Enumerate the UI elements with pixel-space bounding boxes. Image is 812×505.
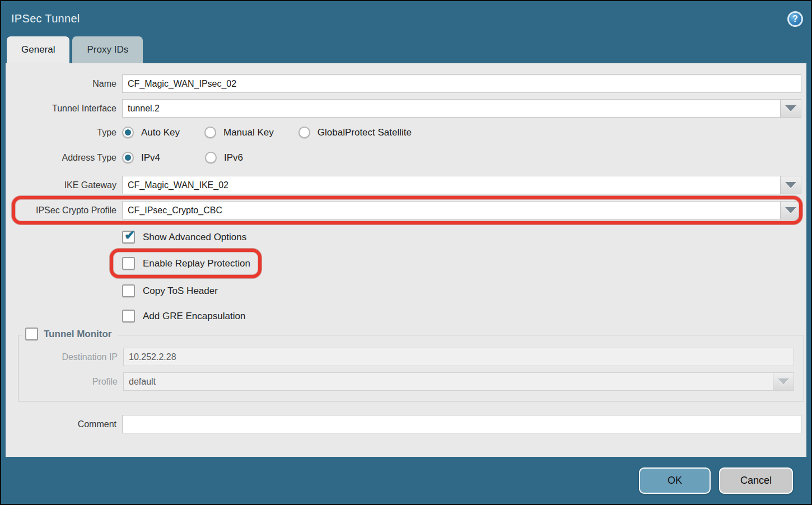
ike-gateway-dropdown[interactable] [122,176,801,194]
chevron-down-icon [785,105,796,111]
destination-ip-label: Destination IP [18,352,118,362]
ipsec-crypto-profile-dropdown[interactable] [122,201,801,219]
type-row: Type Auto Key Manual Key GlobalProtect S… [6,127,806,138]
ike-gateway-input[interactable] [123,176,780,194]
ipsec-tunnel-dialog: IPSec Tunnel ? General Proxy IDs Name Tu… [0,0,812,505]
comment-input[interactable] [122,415,801,433]
tunnel-monitor-label: Tunnel Monitor [44,329,112,340]
monitor-profile-label: Profile [18,377,118,387]
tunnel-interface-input[interactable] [123,100,780,117]
dialog-footer: OK Cancel [1,457,811,504]
radio-ipv4-label: IPv4 [141,152,160,163]
show-advanced-options-checkbox[interactable] [122,231,135,244]
dialog-title: IPSec Tunnel [11,12,80,25]
tunnel-monitor-checkbox[interactable] [25,328,38,340]
copy-tos-header-row: Copy ToS Header [122,284,806,297]
chevron-down-icon [785,207,796,213]
ipsec-crypto-profile-dropdown-button[interactable] [780,202,801,219]
radio-button-icon[interactable] [122,127,134,138]
general-tab-panel: Name Tunnel Interface Type [6,63,806,457]
type-label: Type [6,128,116,138]
destination-ip-row: Destination IP [18,348,804,366]
copy-tos-header-label: Copy ToS Header [143,286,218,297]
titlebar: IPSec Tunnel ? [1,1,811,36]
address-type-row: Address Type IPv4 IPv6 [6,152,806,163]
tab-general[interactable]: General [7,36,69,63]
show-advanced-options-row: Show Advanced Options [122,231,806,244]
radio-button-icon[interactable] [122,152,134,163]
chevron-down-icon [778,378,789,385]
radio-manual-key-label: Manual Key [223,127,274,138]
copy-tos-header-checkbox[interactable] [122,284,135,297]
cancel-button[interactable]: Cancel [719,467,793,494]
radio-ipv6-label: IPv6 [224,152,243,163]
ipsec-crypto-profile-input[interactable] [123,202,780,219]
radio-globalprotect-satellite-label: GlobalProtect Satellite [318,127,412,138]
address-type-radio-group: IPv4 IPv6 [122,152,268,163]
comment-label: Comment [6,419,116,429]
add-gre-encapsulation-label: Add GRE Encapsulation [143,311,245,322]
destination-ip-input [123,348,794,366]
enable-replay-protection-checkbox[interactable] [122,257,135,270]
address-type-label: Address Type [6,153,116,163]
help-icon[interactable]: ? [787,11,803,27]
add-gre-encapsulation-row: Add GRE Encapsulation [122,310,806,322]
radio-button-icon[interactable] [298,127,310,138]
enable-replay-protection-label: Enable Replay Protection [143,258,250,269]
tunnel-interface-row: Tunnel Interface [6,99,806,118]
ike-gateway-row: IKE Gateway [6,176,806,194]
radio-auto-key[interactable]: Auto Key [122,127,180,138]
monitor-profile-row: Profile [18,372,804,391]
monitor-profile-dropdown-button [773,373,794,390]
show-advanced-options-label: Show Advanced Options [143,232,246,243]
tab-proxy-ids[interactable]: Proxy IDs [72,36,143,63]
enable-replay-protection-row: Enable Replay Protection [122,256,806,271]
tunnel-interface-dropdown[interactable] [122,99,801,118]
monitor-profile-input [124,373,773,390]
monitor-profile-dropdown [123,372,794,391]
ipsec-crypto-profile-label: IPSec Crypto Profile [6,205,116,216]
add-gre-encapsulation-checkbox[interactable] [122,310,135,322]
name-label: Name [6,79,116,89]
radio-auto-key-label: Auto Key [141,127,180,138]
tunnel-interface-label: Tunnel Interface [6,104,116,114]
tunnel-monitor-legend: Tunnel Monitor [23,328,118,340]
ok-button[interactable]: OK [639,467,711,494]
tunnel-monitor-fieldset: Tunnel Monitor Destination IP Profile [18,335,804,401]
radio-button-icon[interactable] [205,152,217,163]
name-input[interactable] [122,74,801,93]
type-radio-group: Auto Key Manual Key GlobalProtect Satell… [122,127,436,138]
comment-row: Comment [6,415,806,433]
name-row: Name [6,74,806,93]
radio-globalprotect-satellite[interactable]: GlobalProtect Satellite [298,127,412,138]
ike-gateway-dropdown-button[interactable] [780,176,801,194]
chevron-down-icon [785,182,796,188]
tunnel-interface-dropdown-button[interactable] [780,100,801,117]
radio-manual-key[interactable]: Manual Key [204,127,274,138]
radio-button-icon[interactable] [204,127,216,138]
ike-gateway-label: IKE Gateway [6,180,116,190]
radio-ipv4[interactable]: IPv4 [122,152,160,163]
tab-bar: General Proxy IDs [1,36,811,63]
radio-ipv6[interactable]: IPv6 [205,152,243,163]
ipsec-crypto-profile-row: IPSec Crypto Profile [6,201,806,219]
